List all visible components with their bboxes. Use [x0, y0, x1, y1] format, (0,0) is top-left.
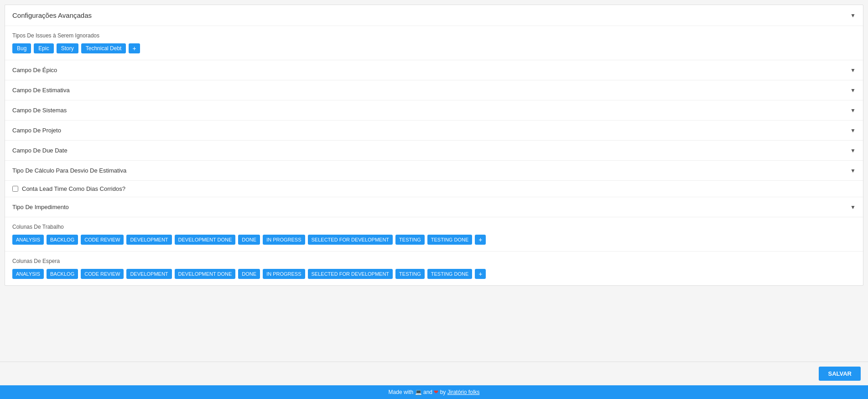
footer-text-middle: and	[423, 389, 432, 395]
colunas-espera-label: Colunas De Espera	[12, 258, 856, 264]
save-bar: SALVAR	[0, 362, 868, 385]
footer-text-prefix: Made with	[389, 389, 414, 395]
header-arrow-icon: ▼	[850, 12, 856, 19]
issue-types-tags-row: Bug Epic Story Technical Debt +	[12, 43, 856, 53]
tipo-impedimento-label: Tipo De Impedimento	[12, 204, 69, 210]
colunas-trabalho-label: Colunas De Trabalho	[12, 224, 856, 230]
campo-due-date-dropdown[interactable]: Campo De Due Date ▼	[5, 141, 863, 161]
campo-epico-label: Campo De Épico	[12, 67, 57, 74]
campo-estimativa-dropdown[interactable]: Campo De Estimativa ▼	[5, 80, 863, 100]
heart-icon: ❤	[434, 389, 438, 395]
work-tag-in-progress[interactable]: IN PROGRESS	[263, 235, 305, 245]
campo-projeto-dropdown[interactable]: Campo De Projeto ▼	[5, 121, 863, 141]
campo-projeto-arrow-icon: ▼	[850, 127, 856, 134]
footer-bar: Made with 💻 and ❤ by Jiratório folks	[0, 385, 868, 399]
issue-types-section: Tipos De Issues à Serem Ignorados Bug Ep…	[5, 26, 863, 60]
tipo-impedimento-arrow-icon: ▼	[850, 204, 856, 210]
save-button[interactable]: SALVAR	[819, 367, 861, 381]
work-tag-analysis[interactable]: ANALYSIS	[12, 235, 44, 245]
campo-estimativa-arrow-icon: ▼	[850, 87, 856, 94]
tag-bug[interactable]: Bug	[12, 43, 31, 53]
espera-tag-in-progress[interactable]: IN PROGRESS	[263, 269, 305, 279]
espera-tag-code-review[interactable]: CODE REVIEW	[81, 269, 124, 279]
work-tag-done[interactable]: DONE	[238, 235, 260, 245]
work-tag-testing-done[interactable]: TESTING DONE	[427, 235, 473, 245]
card-header[interactable]: Configurações Avançadas ▼	[5, 5, 863, 26]
lead-time-row: Conta Lead Time Como Dias Corridos?	[5, 181, 863, 197]
campo-epico-dropdown[interactable]: Campo De Épico ▼	[5, 60, 863, 80]
tag-epic[interactable]: Epic	[34, 43, 53, 53]
campo-sistemas-label: Campo De Sistemas	[12, 107, 67, 114]
lead-time-checkbox-label[interactable]: Conta Lead Time Como Dias Corridos?	[22, 185, 125, 192]
lead-time-checkbox[interactable]	[12, 186, 18, 192]
campo-due-date-label: Campo De Due Date	[12, 147, 68, 154]
add-issue-type-button[interactable]: +	[129, 43, 140, 53]
campo-due-date-arrow-icon: ▼	[850, 147, 856, 154]
card-title: Configurações Avançadas	[12, 11, 92, 19]
tipo-calculo-label: Tipo De Cálculo Para Desvio De Estimativ…	[12, 167, 126, 174]
work-tag-selected-for-development[interactable]: SELECTED FOR DEVELOPMENT	[308, 235, 393, 245]
espera-tag-selected-for-development[interactable]: SELECTED FOR DEVELOPMENT	[308, 269, 393, 279]
work-tag-code-review[interactable]: CODE REVIEW	[81, 235, 124, 245]
work-tag-backlog[interactable]: BACKLOG	[47, 235, 78, 245]
colunas-trabalho-section: Colunas De Trabalho ANALYSIS BACKLOG COD…	[5, 217, 863, 252]
add-work-column-button[interactable]: +	[475, 235, 486, 245]
espera-tag-testing[interactable]: TESTING	[395, 269, 425, 279]
footer-text-by: by	[440, 389, 446, 395]
work-tag-development-done[interactable]: DEVELOPMENT DONE	[175, 235, 236, 245]
footer-link[interactable]: Jiratório folks	[447, 389, 480, 395]
issue-types-label: Tipos De Issues à Serem Ignorados	[12, 32, 856, 39]
espera-tag-development-done[interactable]: DEVELOPMENT DONE	[175, 269, 236, 279]
colunas-trabalho-tags-row: ANALYSIS BACKLOG CODE REVIEW DEVELOPMENT…	[12, 235, 856, 245]
espera-tag-done[interactable]: DONE	[238, 269, 260, 279]
work-tag-development[interactable]: DEVELOPMENT	[126, 235, 172, 245]
espera-tag-testing-done[interactable]: TESTING DONE	[427, 269, 473, 279]
espera-tag-analysis[interactable]: ANALYSIS	[12, 269, 44, 279]
work-tag-testing[interactable]: TESTING	[395, 235, 425, 245]
espera-tag-backlog[interactable]: BACKLOG	[47, 269, 78, 279]
tipo-impedimento-dropdown[interactable]: Tipo De Impedimento ▼	[5, 197, 863, 217]
campo-sistemas-arrow-icon: ▼	[850, 107, 856, 114]
settings-card: Configurações Avançadas ▼ Tipos De Issue…	[5, 5, 863, 286]
tipo-calculo-arrow-icon: ▼	[850, 168, 856, 174]
add-espera-column-button[interactable]: +	[475, 269, 486, 279]
colunas-espera-tags-row: ANALYSIS BACKLOG CODE REVIEW DEVELOPMENT…	[12, 269, 856, 279]
campo-epico-arrow-icon: ▼	[850, 67, 856, 74]
tag-story[interactable]: Story	[57, 43, 78, 53]
footer-text: Made with 💻 and ❤ by Jiratório folks	[389, 389, 480, 395]
tag-technical-debt[interactable]: Technical Debt	[81, 43, 126, 53]
campo-sistemas-dropdown[interactable]: Campo De Sistemas ▼	[5, 100, 863, 121]
campo-estimativa-label: Campo De Estimativa	[12, 87, 70, 94]
campo-projeto-label: Campo De Projeto	[12, 127, 61, 134]
colunas-espera-section: Colunas De Espera ANALYSIS BACKLOG CODE …	[5, 252, 863, 285]
espera-tag-development[interactable]: DEVELOPMENT	[126, 269, 172, 279]
main-content: Configurações Avançadas ▼ Tipos De Issue…	[0, 0, 868, 362]
tipo-calculo-dropdown[interactable]: Tipo De Cálculo Para Desvio De Estimativ…	[5, 161, 863, 181]
